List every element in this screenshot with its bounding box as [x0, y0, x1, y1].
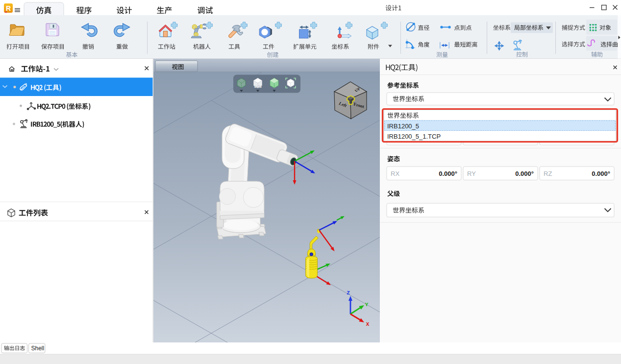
svg-text:Solid: Solid	[254, 85, 262, 88]
svg-text:Shell: Shell	[31, 345, 45, 352]
svg-text:Z: Z	[347, 290, 350, 296]
svg-text:Y: Y	[365, 302, 369, 308]
svg-text:RZ: RZ	[544, 170, 552, 177]
svg-text:IRB1200_5_1.TCP: IRB1200_5_1.TCP	[387, 133, 441, 140]
svg-text:IRB1200_5: IRB1200_5	[387, 122, 419, 130]
svg-text:RX: RX	[391, 170, 399, 177]
svg-text:X: X	[366, 321, 370, 327]
svg-text:0.000°: 0.000°	[592, 170, 610, 177]
svg-text:R: R	[6, 4, 11, 12]
svg-text:RY: RY	[467, 170, 476, 177]
svg-text:0.000°: 0.000°	[515, 170, 534, 177]
svg-text:0.000°: 0.000°	[439, 170, 457, 177]
